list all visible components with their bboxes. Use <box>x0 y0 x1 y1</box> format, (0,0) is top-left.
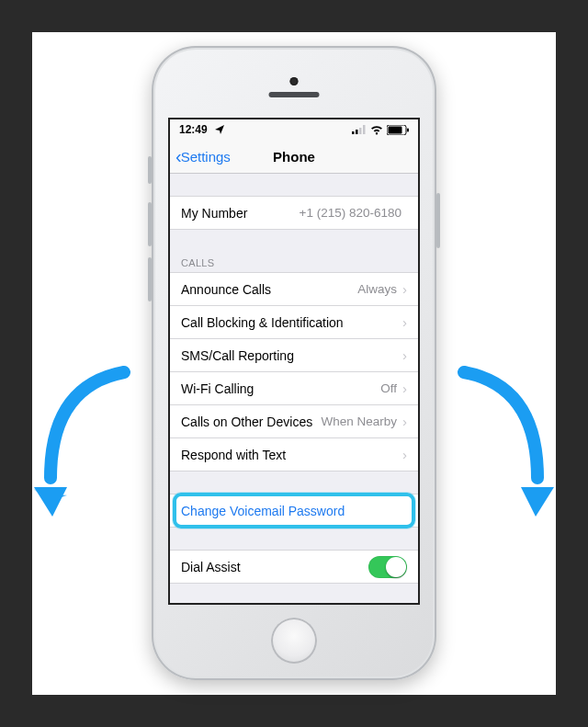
announce-calls-value: Always <box>357 282 397 296</box>
sms-reporting-row[interactable]: SMS/Call Reporting › <box>170 338 418 371</box>
svg-rect-3 <box>363 125 366 134</box>
calls-other-devices-row[interactable]: Calls on Other Devices When Nearby › <box>170 404 418 437</box>
svg-rect-6 <box>407 128 409 131</box>
svg-rect-1 <box>356 130 358 134</box>
chevron-right-icon: › <box>402 447 407 462</box>
sms-reporting-label: SMS/Call Reporting <box>181 348 294 363</box>
wifi-calling-label: Wi-Fi Calling <box>181 381 254 396</box>
change-voicemail-password-label: Change Voicemail Password <box>181 504 345 518</box>
change-voicemail-password-row[interactable]: Change Voicemail Password <box>170 494 418 528</box>
calls-other-devices-label: Calls on Other Devices <box>181 415 312 429</box>
home-button[interactable] <box>271 618 317 664</box>
earpiece-speaker <box>269 92 320 97</box>
dial-assist-row[interactable]: Dial Assist <box>170 550 418 584</box>
my-number-value: +1 (215) 820-6180 <box>300 206 401 220</box>
settings-list[interactable]: My Number +1 (215) 820-6180 CALLS Announ… <box>170 174 418 584</box>
battery-icon <box>387 125 409 135</box>
chevron-right-icon: › <box>402 414 407 429</box>
background-panel: 12:49 ‹ Settings Phone <box>32 32 556 695</box>
back-label: Settings <box>181 149 231 165</box>
dial-assist-label: Dial Assist <box>181 560 241 574</box>
calls-section-header: CALLS <box>170 257 418 272</box>
chevron-right-icon: › <box>402 381 407 396</box>
left-annotation-arrow <box>14 358 161 542</box>
toggle-knob <box>386 557 406 577</box>
my-number-label: My Number <box>181 206 247 221</box>
announce-calls-label: Announce Calls <box>181 282 271 297</box>
respond-with-text-row[interactable]: Respond with Text › <box>170 437 418 471</box>
call-blocking-row[interactable]: Call Blocking & Identification › <box>170 305 418 338</box>
chevron-right-icon: › <box>402 347 407 363</box>
location-icon <box>215 125 224 134</box>
wifi-calling-row[interactable]: Wi-Fi Calling Off › <box>170 371 418 404</box>
volume-up-button <box>148 202 152 246</box>
chevron-right-icon: › <box>402 314 407 330</box>
nav-bar: ‹ Settings Phone <box>170 140 418 174</box>
call-blocking-label: Call Blocking & Identification <box>181 315 344 330</box>
screen: 12:49 ‹ Settings Phone <box>168 118 420 605</box>
dial-assist-toggle[interactable] <box>368 556 407 578</box>
wifi-icon <box>369 125 384 135</box>
chevron-right-icon: › <box>402 281 407 297</box>
respond-with-text-label: Respond with Text <box>181 448 286 462</box>
volume-down-button <box>148 257 152 301</box>
front-camera <box>290 77 299 85</box>
calls-other-devices-value: When Nearby <box>321 415 397 428</box>
iphone-frame: 12:49 ‹ Settings Phone <box>152 46 436 680</box>
right-annotation-arrow <box>427 358 574 542</box>
cellular-icon <box>352 125 367 134</box>
svg-rect-5 <box>389 126 402 133</box>
wifi-calling-value: Off <box>380 381 397 395</box>
power-button <box>436 193 440 248</box>
status-bar: 12:49 <box>170 119 418 140</box>
clock: 12:49 <box>179 123 208 136</box>
svg-rect-2 <box>359 128 362 134</box>
svg-rect-0 <box>352 131 355 134</box>
mute-switch <box>148 156 152 184</box>
my-number-row[interactable]: My Number +1 (215) 820-6180 <box>170 196 418 230</box>
announce-calls-row[interactable]: Announce Calls Always › <box>170 272 418 305</box>
back-button[interactable]: ‹ Settings <box>175 146 231 167</box>
